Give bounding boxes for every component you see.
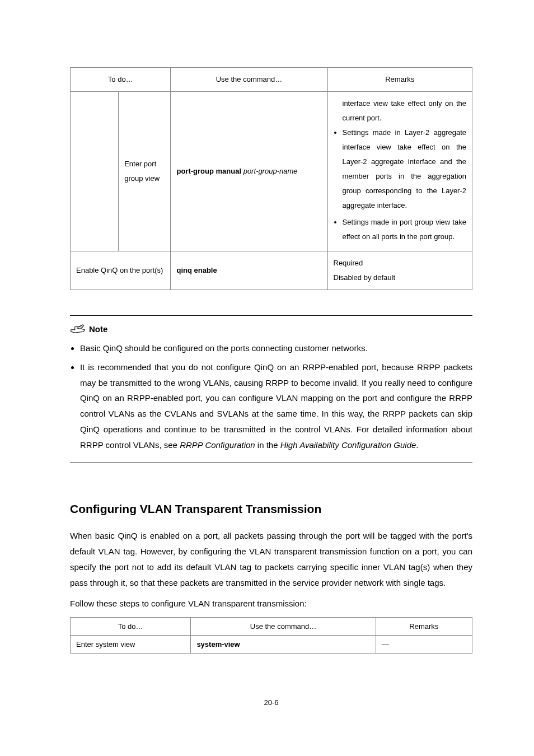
td-enter-system-view: Enter system view <box>71 636 191 654</box>
note-period: . <box>416 440 418 450</box>
td-enable-qinq: Enable QinQ on the port(s) <box>71 251 171 290</box>
th-command: Use the command… <box>171 68 327 92</box>
note-ital2: High Availability Configuration Guide <box>280 440 416 450</box>
td-cmd-qinq: qinq enable <box>171 251 327 290</box>
note-mid: in the <box>255 440 280 450</box>
td-enter-port-group: Enter port group view <box>119 92 171 251</box>
note-rule-bottom <box>70 463 472 463</box>
note-item: Basic QinQ should be configured on the p… <box>80 340 472 356</box>
note-text: It is recommended that you do not config… <box>80 362 472 450</box>
body-paragraph: When basic QinQ is enabled on a port, al… <box>70 528 472 590</box>
remark-required: Required <box>334 256 467 270</box>
note-header: Note <box>70 323 472 335</box>
table-header-row: To do… Use the command… Remarks <box>71 68 472 92</box>
note-ital1: RRPP Configuration <box>180 440 255 450</box>
remark-bullet: Settings made in Layer-2 aggregate inter… <box>343 125 467 213</box>
config-table-top: To do… Use the command… Remarks Enter po… <box>70 67 472 290</box>
table-row: Enable QinQ on the port(s) qinq enable R… <box>71 251 472 290</box>
td-empty-left <box>71 92 119 251</box>
note-item: It is recommended that you do not config… <box>80 360 472 453</box>
table-header-row: To do… Use the command… Remarks <box>71 618 472 636</box>
remark-disabled: Disabled by default <box>334 270 467 285</box>
note-rule-top <box>70 315 472 316</box>
note-block: Note Basic QinQ should be configured on … <box>70 315 472 463</box>
remark-line1: interface view take effect only on the c… <box>334 96 467 125</box>
remark-bullets: Settings made in Layer-2 aggregate inter… <box>334 125 467 244</box>
td-cmd-system-view: system-view <box>191 636 376 654</box>
th-todo: To do… <box>71 618 191 636</box>
page-number: 20-6 <box>70 698 472 707</box>
note-hand-icon <box>70 323 86 335</box>
cmd-bold: port-group manual <box>176 167 241 175</box>
td-dash: — <box>376 636 472 654</box>
th-todo: To do… <box>71 68 171 92</box>
page-container: To do… Use the command… Remarks Enter po… <box>0 0 534 740</box>
section-heading: Configuring VLAN Transparent Transmissio… <box>70 502 472 516</box>
th-command: Use the command… <box>191 618 376 636</box>
table-row: Enter port group view port-group manual … <box>71 92 472 251</box>
td-remarks-required: Required Disabled by default <box>327 251 472 290</box>
cmd-arg: port-group-name <box>243 167 298 175</box>
svg-line-1 <box>77 328 83 329</box>
th-remarks: Remarks <box>376 618 472 636</box>
table-row: Enter system view system-view — <box>71 636 472 654</box>
note-title: Note <box>89 324 107 334</box>
th-remarks: Remarks <box>327 68 472 92</box>
td-remarks-list: interface view take effect only on the c… <box>327 92 472 251</box>
remark-bullet: Settings made in port group view take ef… <box>343 215 467 244</box>
note-list: Basic QinQ should be configured on the p… <box>70 340 472 452</box>
td-cmd-port-group: port-group manual port-group-name <box>171 92 327 251</box>
config-table-bottom: To do… Use the command… Remarks Enter sy… <box>70 617 472 654</box>
body-paragraph: Follow these steps to configure VLAN tra… <box>70 596 472 612</box>
